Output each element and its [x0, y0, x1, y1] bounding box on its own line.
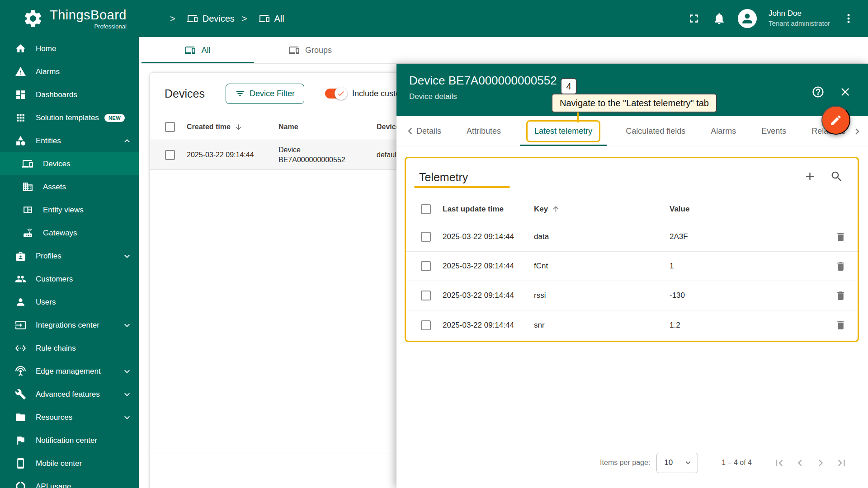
drawer-tab[interactable]: Alarms — [698, 116, 749, 146]
sidebar-item-icon — [15, 135, 26, 146]
more-menu-icon[interactable] — [842, 12, 855, 25]
drawer-tab[interactable]: Attributes — [454, 116, 514, 146]
user-name: John Doe — [769, 9, 830, 19]
breadcrumb-label: All — [274, 14, 284, 24]
edit-device-fab[interactable] — [821, 106, 850, 135]
sidebar-item-icon — [22, 227, 33, 239]
sidebar-item-label: Rule chains — [36, 344, 76, 353]
telemetry-row[interactable]: 2025-03-22 09:14:44 data 2A3F — [406, 222, 858, 252]
device-name-line2: BE7A000000000552 — [278, 155, 377, 165]
previous-page-icon[interactable] — [793, 456, 807, 469]
value-header[interactable]: Value — [670, 205, 823, 214]
telemetry-card-header: Telemetry — [406, 158, 858, 196]
created-time-header[interactable]: Created time — [187, 123, 278, 131]
telemetry-row-checkbox[interactable] — [421, 291, 431, 300]
sidebar-item[interactable]: Assets — [0, 175, 139, 198]
sidebar-item[interactable]: Integrations center — [0, 314, 139, 337]
items-per-page-select[interactable]: 10 — [656, 453, 698, 473]
name-header[interactable]: Name — [278, 123, 377, 131]
telemetry-row[interactable]: 2025-03-22 09:14:44 snr 1.2 — [406, 310, 858, 340]
close-icon[interactable] — [839, 85, 852, 99]
sidebar-item-icon — [15, 343, 26, 354]
main-tab[interactable]: Groups — [254, 37, 367, 63]
drawer-tab[interactable]: Calculated fields — [613, 116, 698, 146]
select-all-checkbox[interactable] — [165, 122, 175, 132]
sidebar-item[interactable]: Customers — [0, 267, 139, 291]
telemetry-title: Telemetry — [419, 171, 468, 184]
help-icon[interactable] — [811, 85, 825, 99]
annotation-callout: Navigate to the "Latest telemetry" tab — [552, 94, 717, 113]
delete-telemetry-icon[interactable] — [835, 261, 846, 272]
delete-telemetry-icon[interactable] — [835, 290, 846, 301]
person-icon — [740, 11, 755, 26]
app-logo[interactable]: ThingsBoard Professional — [0, 8, 149, 30]
sidebar-item[interactable]: Entities — [0, 129, 139, 152]
last-page-icon[interactable] — [835, 456, 848, 469]
drawer-tab[interactable]: Events — [749, 116, 799, 146]
sidebar-item[interactable]: Solution templates NEW — [0, 106, 139, 129]
main-tab[interactable]: All — [142, 37, 254, 63]
sidebar: Home Alarms Dashboards Solution template… — [0, 37, 139, 488]
drawer-tab[interactable]: Latest telemetry — [514, 116, 613, 146]
tabs-scroll-left-icon[interactable] — [404, 125, 416, 137]
sidebar-item[interactable]: Mobile center — [0, 452, 139, 475]
sidebar-item[interactable]: Home — [0, 37, 139, 60]
sidebar-item-icon — [15, 435, 26, 446]
sidebar-item-label: Edge management — [36, 367, 101, 376]
delete-telemetry-icon[interactable] — [835, 319, 846, 331]
breadcrumb-item[interactable]: All — [235, 13, 284, 24]
chevron-icon — [122, 251, 132, 262]
pagination-range: 1 – 4 of 4 — [722, 459, 752, 467]
sidebar-item[interactable]: API usage — [0, 475, 139, 488]
telemetry-row-checkbox[interactable] — [421, 232, 431, 242]
sidebar-item[interactable]: Rule chains — [0, 337, 139, 360]
sidebar-item[interactable]: Entity views — [0, 198, 139, 221]
breadcrumb-item[interactable]: Devices — [163, 13, 235, 24]
telemetry-row-checkbox[interactable] — [421, 261, 431, 271]
sidebar-item[interactable]: Devices — [0, 152, 139, 175]
sidebar-item-icon — [15, 296, 26, 308]
sidebar-item-label: Entity views — [43, 206, 84, 215]
sidebar-item-label: Home — [36, 44, 56, 53]
key-header[interactable]: Key — [534, 205, 670, 214]
telemetry-row[interactable]: 2025-03-22 09:14:44 fCnt 1 — [406, 252, 858, 281]
tabs-scroll-right-icon[interactable] — [851, 125, 863, 138]
sidebar-item[interactable]: Profiles — [0, 244, 139, 267]
include-customers-toggle[interactable] — [325, 89, 346, 99]
telemetry-select-all-checkbox[interactable] — [421, 204, 431, 214]
sidebar-item[interactable]: Dashboards — [0, 83, 139, 106]
sidebar-item[interactable]: Users — [0, 291, 139, 314]
notifications-bell-icon[interactable] — [712, 12, 726, 25]
chevron-icon — [122, 320, 132, 331]
filter-icon — [235, 89, 245, 99]
search-icon[interactable] — [830, 170, 843, 183]
drawer-title: Device BE7A000000000552 — [409, 74, 868, 88]
telemetry-row[interactable]: 2025-03-22 09:14:44 rssi -130 — [406, 281, 858, 310]
row-checkbox[interactable] — [165, 150, 175, 160]
sidebar-item[interactable]: Advanced features — [0, 383, 139, 406]
items-per-page-label: Items per page: — [600, 459, 650, 467]
drawer-tab-label: Alarms — [711, 127, 736, 136]
devices-icon — [259, 13, 270, 24]
sidebar-item[interactable]: Gateways — [0, 221, 139, 244]
sidebar-item-icon — [15, 273, 26, 285]
first-page-icon[interactable] — [773, 456, 786, 469]
delete-telemetry-icon[interactable] — [835, 231, 846, 243]
chevron-icon — [122, 389, 132, 400]
drawer-tab-label: Events — [761, 127, 786, 136]
devices-icon — [187, 13, 198, 24]
fullscreen-icon[interactable] — [687, 12, 701, 25]
device-filter-button[interactable]: Device Filter — [226, 84, 304, 104]
last-update-header[interactable]: Last update time — [443, 205, 534, 214]
telemetry-row-checkbox[interactable] — [421, 320, 431, 330]
sidebar-item[interactable]: Notification center — [0, 429, 139, 452]
add-telemetry-icon[interactable] — [803, 170, 816, 183]
sidebar-item-label: Dashboards — [36, 90, 77, 99]
sidebar-item[interactable]: Alarms — [0, 60, 139, 83]
telemetry-time-cell: 2025-03-22 09:14:44 — [443, 321, 534, 330]
sidebar-item[interactable]: Resources — [0, 406, 139, 429]
sidebar-item-icon — [22, 181, 33, 192]
sidebar-item[interactable]: Edge management — [0, 360, 139, 383]
next-page-icon[interactable] — [814, 456, 827, 469]
avatar[interactable] — [738, 9, 757, 28]
